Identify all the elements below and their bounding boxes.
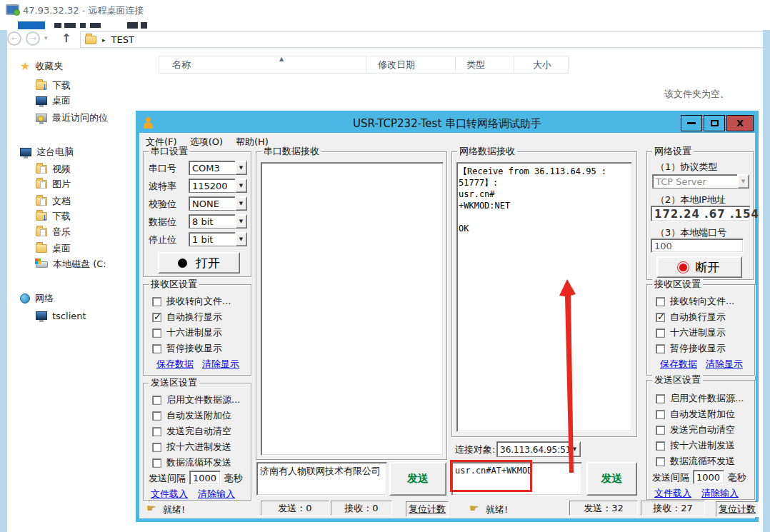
checkbox-receive-to-file[interactable]: 接收转向文件...	[152, 295, 231, 308]
reset-counter-right[interactable]: 复位计数	[716, 501, 759, 517]
save-data-link[interactable]: 保存数据	[660, 358, 697, 371]
checkbox-icon[interactable]	[152, 328, 161, 338]
checkbox-icon[interactable]	[656, 344, 665, 353]
checkbox-icon[interactable]	[152, 344, 161, 353]
checkbox-hex-display[interactable]: 十六进制显示	[656, 326, 726, 339]
column-header-size[interactable]: 大小	[514, 56, 569, 73]
sidebar-item-downloads[interactable]: 下载	[36, 79, 71, 92]
titlebar[interactable]: USR-TCP232-Test 串口转网络调试助手 X	[139, 114, 755, 133]
checkbox-clear-after-send[interactable]: 发送完自动清空	[656, 423, 735, 436]
sidebar-item-desktop[interactable]: 桌面	[36, 94, 71, 107]
open-serial-button[interactable]: 打开	[158, 252, 240, 273]
chevron-down-icon[interactable]: ▼	[235, 179, 247, 193]
checkbox-icon[interactable]	[152, 297, 161, 306]
local-port-input[interactable]: 100	[651, 239, 744, 253]
breadcrumb[interactable]: TEST	[111, 34, 134, 45]
checkbox-icon[interactable]	[656, 328, 665, 338]
checkbox-hex-display[interactable]: 十六进制显示	[152, 326, 222, 339]
network-send-button[interactable]: 发送	[586, 462, 637, 496]
group-title: 网络设置	[652, 146, 694, 156]
column-header-date[interactable]: 修改日期	[366, 56, 456, 73]
chevron-down-icon[interactable]: ▼	[235, 232, 247, 246]
checkbox-file-data-source[interactable]: 启用文件数据源...	[152, 393, 240, 406]
checkbox-icon[interactable]	[656, 297, 665, 306]
close-button[interactable]: X	[726, 115, 754, 131]
parity-select[interactable]: NONE ▼	[189, 196, 247, 211]
checkbox-auto-send-addition[interactable]: 自动发送附加位	[656, 408, 735, 421]
menu-options[interactable]: 选项(O)	[190, 136, 223, 149]
serial-send-input[interactable]: 济南有人物联网技术有限公司	[256, 462, 387, 496]
checkbox-send-as-hex[interactable]: 按十六进制发送	[656, 439, 735, 452]
sidebar-item-recent-places[interactable]: 最近访问的位	[36, 111, 108, 124]
chevron-down-icon[interactable]: ▼	[235, 161, 247, 175]
sidebar-item-music[interactable]: 音乐	[36, 226, 71, 239]
forward-icon[interactable]: →	[26, 31, 40, 46]
sidebar-item-documents[interactable]: 文档	[36, 195, 71, 208]
serial-receive-textarea[interactable]	[261, 162, 444, 456]
local-ip-input[interactable]: 172.24 .67 .154	[651, 206, 751, 221]
clear-input-link[interactable]: 清除输入	[701, 487, 739, 500]
checkbox-auto-linefeed[interactable]: 自动换行显示	[656, 311, 726, 323]
sidebar-group-favorites[interactable]: ★ 收藏夹	[20, 60, 63, 73]
checkbox-loop-send[interactable]: 数据流循环发送	[152, 456, 231, 469]
checkbox-loop-send[interactable]: 数据流循环发送	[656, 455, 735, 468]
clear-display-link[interactable]: 清除显示	[706, 358, 743, 371]
up-icon[interactable]: ↑	[61, 31, 71, 45]
checkbox-icon[interactable]	[152, 396, 161, 405]
sidebar-item-videos[interactable]: 视频	[36, 163, 71, 176]
clear-input-link[interactable]: 清除输入	[198, 488, 235, 501]
checkbox-icon[interactable]	[152, 427, 161, 436]
checkbox-icon[interactable]	[656, 313, 665, 322]
checkbox-icon[interactable]	[656, 457, 665, 466]
checkbox-icon[interactable]	[656, 441, 665, 451]
load-file-link[interactable]: 文件载入	[151, 488, 188, 501]
minimize-button[interactable]	[681, 115, 702, 131]
checkbox-icon[interactable]	[656, 410, 665, 419]
checkbox-send-as-hex[interactable]: 按十六进制发送	[152, 441, 231, 453]
send-interval-input[interactable]: 1000	[693, 470, 724, 484]
checkbox-icon[interactable]	[152, 443, 161, 452]
load-file-link[interactable]: 文件载入	[654, 487, 691, 500]
checkbox-receive-to-file[interactable]: 接收转向文件...	[656, 295, 734, 308]
network-receive-textarea[interactable]: 【Receive from 36.113.64.95 : 51777】: usr…	[456, 162, 632, 432]
save-data-link[interactable]: 保存数据	[156, 358, 194, 371]
reset-counter-left[interactable]: 复位计数	[406, 501, 449, 517]
sidebar-item-pictures[interactable]: 图片	[36, 178, 71, 191]
back-icon[interactable]: ←	[7, 31, 21, 46]
checkbox-auto-send-addition[interactable]: 自动发送附加位	[152, 409, 231, 422]
checkbox-icon[interactable]	[152, 313, 161, 322]
chevron-down-icon[interactable]: ▼	[737, 174, 749, 189]
checkbox-file-data-source[interactable]: 启用文件数据源...	[656, 392, 744, 405]
checkbox-pause-receive[interactable]: 暂停接收显示	[656, 342, 726, 355]
serial-send-button[interactable]: 发送	[389, 462, 446, 496]
checkbox-clear-after-send[interactable]: 发送完自动清空	[152, 425, 231, 438]
chevron-down-icon[interactable]: ▼	[235, 196, 247, 211]
column-header-type[interactable]: 类型	[456, 56, 514, 73]
send-interval-input[interactable]: 1000	[189, 471, 221, 485]
checkbox-icon[interactable]	[656, 394, 665, 403]
checkbox-icon[interactable]	[152, 411, 161, 421]
disconnect-button[interactable]: 断开	[656, 256, 742, 278]
maximize-button[interactable]	[704, 115, 725, 131]
sidebar-group-network[interactable]: 网络	[20, 292, 54, 305]
stop-bits-select[interactable]: 1 bit ▼	[189, 232, 247, 246]
checkbox-icon[interactable]	[656, 426, 665, 435]
data-bits-select[interactable]: 8 bit ▼	[189, 214, 247, 229]
com-port-select[interactable]: COM3 ▼	[189, 161, 247, 175]
address-bar[interactable]: ▸ TEST	[80, 31, 767, 48]
clear-display-link[interactable]: 清除显示	[202, 358, 239, 371]
sidebar-item-downloads-pc[interactable]: 下载	[36, 210, 71, 223]
sidebar-item-desktop-pc[interactable]: 桌面	[36, 242, 71, 255]
nav-history-caret-icon[interactable]: ▾	[44, 34, 48, 41]
baud-rate-select[interactable]: 115200 ▼	[189, 179, 247, 193]
sidebar-item-local-disk[interactable]: 本地磁盘 (C:	[36, 258, 106, 271]
checkbox-icon[interactable]	[152, 458, 161, 468]
sidebar-group-this-pc[interactable]: 这台电脑	[20, 146, 74, 159]
protocol-select[interactable]: TCP Server ▼	[652, 174, 749, 189]
column-header-name[interactable]: 名称 ▲	[159, 56, 366, 73]
windows-logo-icon	[35, 259, 41, 264]
chevron-down-icon[interactable]: ▼	[235, 214, 247, 229]
sidebar-item-tsclient[interactable]: tsclient	[36, 309, 86, 322]
checkbox-pause-receive[interactable]: 暂停接收显示	[152, 342, 222, 355]
checkbox-auto-linefeed[interactable]: 自动换行显示	[152, 311, 222, 323]
